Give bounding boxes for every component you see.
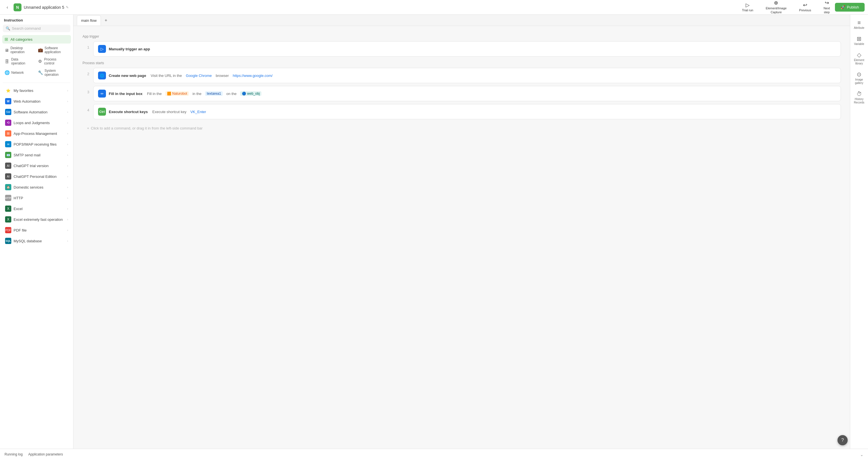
sidebar-item-chatgpt-trial[interactable]: AI ChatGPT trial version › xyxy=(2,160,71,171)
sidebar-item-mysql[interactable]: SQL MySQL database › xyxy=(2,235,71,246)
sidebar-item-pdf[interactable]: PDF PDF file › xyxy=(2,225,71,235)
step-4-key-link[interactable]: VK_Enter xyxy=(190,110,206,114)
bottom-tab-app-params[interactable]: Application parameters xyxy=(28,451,63,458)
step-4-icon: Ctrl xyxy=(98,108,106,116)
category-process[interactable]: ⚙ Process control xyxy=(36,56,68,67)
search-icon: 🔍 xyxy=(6,26,10,31)
step-num-4: 4 xyxy=(83,104,89,112)
pop3-icon: ✉ xyxy=(5,141,11,147)
chatgpt-trial-icon: AI xyxy=(5,163,11,169)
previous-icon: ↩ xyxy=(803,3,807,8)
process-icon: ⚙ xyxy=(38,59,43,64)
main-flow-tab[interactable]: main flow xyxy=(77,15,101,25)
back-button[interactable]: ‹ xyxy=(3,3,11,11)
variable-label: Variable xyxy=(854,42,864,46)
sidebar-item-app-process[interactable]: ⊞ App-Process Management › xyxy=(2,128,71,139)
step-2-browser-link[interactable]: Google Chrome xyxy=(186,74,212,78)
chevron-icon: › xyxy=(67,100,68,103)
sidebar-item-chatgpt-personal[interactable]: AI ChatGPT Personal Edition › xyxy=(2,171,71,182)
system-icon: 🔧 xyxy=(38,70,43,75)
category-data[interactable]: 🗄 Data operation xyxy=(2,56,35,67)
add-command-area[interactable]: + Click to add a command, or drag it in … xyxy=(83,122,841,134)
sidebar-item-pop3[interactable]: ✉ POP3/IMAP receiving files › xyxy=(2,139,71,149)
step-card-1[interactable]: ▷ Manually trigger an app xyxy=(93,41,841,57)
history-label: HistoryRecords xyxy=(854,97,864,104)
trial-run-button[interactable]: ▷ Trial run xyxy=(739,1,756,13)
publish-icon: 🚀 xyxy=(841,5,845,9)
chevron-icon: › xyxy=(67,239,68,242)
right-tool-history[interactable]: ⏱ HistoryRecords xyxy=(851,88,867,107)
sidebar-item-http-label: HTTP xyxy=(13,196,23,200)
category-network[interactable]: 🌐 Network xyxy=(2,67,35,78)
sidebar-search: 🔍 xyxy=(0,25,73,35)
sidebar-item-web-automation-label: Web Automation xyxy=(13,99,40,104)
search-input[interactable] xyxy=(12,26,67,31)
desktop-icon: 🖥 xyxy=(4,48,9,53)
step-card-4[interactable]: Ctrl Execute shortcut keys Execute short… xyxy=(93,104,841,119)
tab-bar: main flow + xyxy=(73,15,850,26)
step-num-1: 1 xyxy=(83,41,89,50)
add-tab-button[interactable]: + xyxy=(102,17,110,24)
all-categories-item[interactable]: ⊞ All categories xyxy=(2,35,71,44)
category-system-label: System operation xyxy=(44,69,66,77)
toolbar: ‹ N Unnamed application 5 ✎ ▷ Trial run … xyxy=(0,0,868,15)
sidebar-item-excel[interactable]: X Excel › xyxy=(2,203,71,214)
right-tool-image-gallery[interactable]: ⊙ Imagegallery xyxy=(851,69,867,88)
publish-label: Publish xyxy=(847,5,859,9)
sidebar-item-domestic[interactable]: 🏠 Domestic services › xyxy=(2,182,71,193)
sidebar-item-chatgpt-personal-label: ChatGPT Personal Edition xyxy=(13,174,57,179)
sidebar-item-loops[interactable]: ⟲ Loops and Judgments › xyxy=(2,117,71,128)
sidebar-item-app-process-label: App-Process Management xyxy=(13,132,57,136)
sidebar-item-web-automation[interactable]: W Web Automation › xyxy=(2,96,71,107)
main-flow-tab-label: main flow xyxy=(81,18,97,23)
excel-icon: X xyxy=(5,205,11,212)
sidebar-item-smtp[interactable]: 📧 SMTP send mail › xyxy=(2,149,71,160)
help-button[interactable]: ? xyxy=(837,435,848,445)
add-command-text: Click to add a command, or drag it in fr… xyxy=(91,126,203,130)
chevron-icon: › xyxy=(67,121,68,124)
step-row-2: 2 🌐 Create new web page Visit the URL in… xyxy=(83,68,841,83)
previous-button[interactable]: ↩ Previous xyxy=(796,1,814,13)
next-step-icon: ↪ xyxy=(825,0,829,5)
publish-button[interactable]: 🚀 Publish xyxy=(835,3,865,11)
sidebar-item-pop3-label: POP3/IMAP receiving files xyxy=(13,142,57,146)
sidebar-item-smtp-label: SMTP send mail xyxy=(13,153,40,157)
main-layout: Instruction 🔍 ⊞ All categories 🖥 Desktop… xyxy=(0,15,868,449)
app-process-icon: ⊞ xyxy=(5,130,11,137)
element-capture-button[interactable]: ⊕ Element/ImageCapture xyxy=(763,0,789,16)
sidebar-item-excel-label: Excel xyxy=(13,207,23,211)
step-card-3[interactable]: ✏ Fill in the input box Fill in the 🟧 Na… xyxy=(93,86,841,101)
bottom-right: ⌄ xyxy=(860,452,864,457)
step-3-desc-pre: Fill in the xyxy=(147,92,162,96)
right-tool-variable[interactable]: ⊞ Variable xyxy=(851,33,867,49)
sidebar-item-excel-fast[interactable]: X Excel extremely fast operation › xyxy=(2,214,71,225)
previous-label: Previous xyxy=(799,8,811,12)
sidebar-item-http[interactable]: HTTP HTTP › xyxy=(2,193,71,203)
category-desktop[interactable]: 🖥 Desktop operation xyxy=(2,45,35,55)
right-tool-attribute[interactable]: ≡ Attribute xyxy=(851,17,867,32)
sidebar-item-favorites-label: My favorites xyxy=(13,88,33,93)
variable-icon: ⊞ xyxy=(857,36,862,41)
chevron-icon: › xyxy=(67,164,68,167)
all-categories-icon: ⊞ xyxy=(4,37,8,42)
category-system[interactable]: 🔧 System operation xyxy=(36,67,68,78)
sidebar-list: ⭐ My favorites › W Web Automation › SW S… xyxy=(0,84,73,449)
category-software[interactable]: 💼 Software application xyxy=(36,45,68,55)
sidebar-categories: ⊞ All categories 🖥 Desktop operation 💼 S… xyxy=(0,35,73,81)
step-card-2[interactable]: 🌐 Create new web page Visit the URL in t… xyxy=(93,68,841,83)
step-2-url-link[interactable]: https://www.google.com/ xyxy=(233,74,273,78)
sidebar-item-favorites[interactable]: ⭐ My favorites › xyxy=(2,85,71,96)
chatgpt-personal-icon: AI xyxy=(5,173,11,179)
network-icon: 🌐 xyxy=(4,70,10,75)
next-step-button[interactable]: ↪ Nextstep xyxy=(821,0,833,16)
element-library-icon: ◇ xyxy=(857,52,861,58)
loops-icon: ⟲ xyxy=(5,120,11,126)
web-automation-icon: W xyxy=(5,98,11,104)
step-row-4: 4 Ctrl Execute shortcut keys Execute sho… xyxy=(83,104,841,119)
edit-icon[interactable]: ✎ xyxy=(66,5,69,9)
right-tool-element-library[interactable]: ◇ Elementlibrary xyxy=(851,49,867,68)
sidebar-item-software-automation[interactable]: SW Software Automation › xyxy=(2,107,71,117)
collapse-button[interactable]: ⌄ xyxy=(860,452,864,457)
bottom-tab-running-log[interactable]: Running log xyxy=(4,451,23,458)
data-icon: 🗄 xyxy=(4,59,9,64)
